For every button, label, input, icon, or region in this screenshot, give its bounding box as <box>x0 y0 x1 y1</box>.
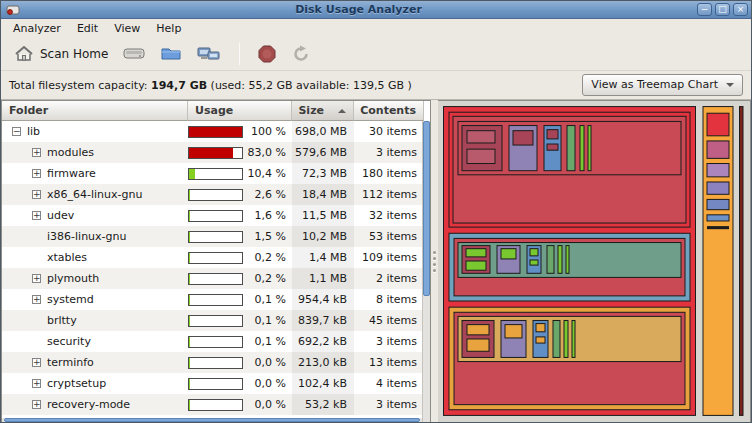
window-title: Disk Usage Analyzer <box>20 3 697 16</box>
stop-icon <box>257 44 277 64</box>
folder-name: security <box>47 335 91 348</box>
folder-name: brltty <box>47 314 77 327</box>
folder-name: systemd <box>47 293 94 306</box>
contents-count: 2 items <box>354 272 424 285</box>
expand-icon[interactable]: + <box>32 148 41 157</box>
contents-count: 3 items <box>354 398 424 411</box>
folder-tree-panel: Folder Usage Size Contents −lib100 %698,… <box>1 100 431 422</box>
scan-filesystem-button[interactable] <box>117 42 151 65</box>
expand-icon[interactable]: + <box>32 358 41 367</box>
size-value: 698,0 MB <box>292 121 354 142</box>
stop-button[interactable] <box>252 41 282 67</box>
scan-folder-button[interactable] <box>155 42 187 65</box>
table-row[interactable]: +terminfo0,0 %213,0 kB13 items <box>2 352 430 373</box>
menu-help[interactable]: Help <box>148 20 189 37</box>
close-button[interactable]: × <box>733 3 748 16</box>
usage-percent: 0,1 % <box>246 314 292 327</box>
usage-bar <box>188 315 243 327</box>
table-row[interactable]: security0,1 %692,2 kB3 items <box>2 331 430 352</box>
table-row[interactable]: +modules83,0 %579,6 MB3 items <box>2 142 430 163</box>
folder-name: plymouth <box>47 272 99 285</box>
horizontal-scrollbar-thumb[interactable] <box>4 418 420 422</box>
expand-icon[interactable]: + <box>32 190 41 199</box>
capacity-prefix: Total filesystem capacity: <box>9 79 148 92</box>
contents-count: 112 items <box>354 188 424 201</box>
main-area: Folder Usage Size Contents −lib100 %698,… <box>1 100 751 422</box>
table-row[interactable]: +systemd0,1 %954,4 kB8 items <box>2 289 430 310</box>
table-row[interactable]: xtables0,2 %1,4 MB109 items <box>2 247 430 268</box>
usage-percent: 0,0 % <box>246 377 292 390</box>
contents-count: 8 items <box>354 293 424 306</box>
folder-name: x86_64-linux-gnu <box>47 188 142 201</box>
usage-bar <box>188 189 243 201</box>
folder-icon <box>160 45 182 62</box>
table-row[interactable]: +x86_64-linux-gnu2,6 %18,4 MB112 items <box>2 184 430 205</box>
vertical-scrollbar-thumb[interactable] <box>423 121 430 296</box>
folder-name: xtables <box>47 251 87 264</box>
table-row[interactable]: +udev1,6 %11,5 MB32 items <box>2 205 430 226</box>
expand-icon[interactable]: + <box>32 379 41 388</box>
usage-percent: 0,2 % <box>246 251 292 264</box>
expand-icon[interactable]: + <box>32 400 41 409</box>
column-header-usage[interactable]: Usage <box>188 101 292 121</box>
usage-percent: 0,0 % <box>246 398 292 411</box>
table-row[interactable]: +firmware10,4 %72,3 MB180 items <box>2 163 430 184</box>
usage-percent: 1,5 % <box>246 230 292 243</box>
contents-count: 109 items <box>354 251 424 264</box>
column-header-folder[interactable]: Folder <box>2 101 188 121</box>
folder-name: terminfo <box>47 356 94 369</box>
table-row[interactable]: +cryptsetup0,0 %102,4 kB4 items <box>2 373 430 394</box>
collapse-icon[interactable]: − <box>12 127 21 136</box>
table-row[interactable]: brltty0,1 %839,7 kB45 items <box>2 310 430 331</box>
usage-bar <box>188 168 243 180</box>
expand-icon[interactable]: + <box>32 295 41 304</box>
disk-drive-icon <box>122 45 146 62</box>
size-value: 692,2 kB <box>292 331 354 352</box>
view-mode-dropdown[interactable]: View as Treemap Chart <box>582 74 743 96</box>
folder-name: recovery-mode <box>47 398 130 411</box>
size-value: 954,4 kB <box>292 289 354 310</box>
menu-view[interactable]: View <box>106 20 148 37</box>
size-value: 579,6 MB <box>292 142 354 163</box>
refresh-button[interactable] <box>286 41 316 67</box>
maximize-button[interactable]: □ <box>715 3 730 16</box>
menu-analyzer[interactable]: Analyzer <box>5 20 69 37</box>
usage-bar <box>188 252 243 264</box>
capacity-value: 194,7 GB <box>151 79 207 92</box>
contents-count: 180 items <box>354 167 424 180</box>
column-header-size[interactable]: Size <box>292 101 354 121</box>
expand-icon[interactable]: + <box>32 211 41 220</box>
usage-percent: 10,4 % <box>246 167 292 180</box>
expand-icon[interactable]: + <box>32 274 41 283</box>
size-value: 18,4 MB <box>292 184 354 205</box>
menu-edit[interactable]: Edit <box>69 20 106 37</box>
scan-remote-button[interactable] <box>191 42 227 66</box>
scan-home-button[interactable]: Scan Home <box>9 42 113 65</box>
capacity-text: Total filesystem capacity: 194,7 GB (use… <box>9 79 582 92</box>
view-mode-value: View as Treemap Chart <box>591 78 718 91</box>
vertical-scrollbar[interactable] <box>422 121 430 422</box>
title-bar[interactable]: Disk Usage Analyzer − □ × <box>1 1 751 19</box>
pane-splitter[interactable] <box>431 100 438 422</box>
usage-percent: 0,0 % <box>246 356 292 369</box>
usage-percent: 1,6 % <box>246 209 292 222</box>
minimize-button[interactable]: − <box>697 3 712 16</box>
table-row[interactable]: +recovery-mode0,0 %53,2 kB3 items <box>2 394 430 415</box>
size-value: 53,2 kB <box>292 394 354 415</box>
horizontal-scrollbar[interactable] <box>2 418 422 422</box>
chevron-down-icon <box>726 83 734 87</box>
column-header-contents[interactable]: Contents <box>354 101 424 121</box>
table-row[interactable]: i386-linux-gnu1,5 %10,2 MB53 items <box>2 226 430 247</box>
expand-icon[interactable]: + <box>32 169 41 178</box>
refresh-icon <box>291 44 311 64</box>
contents-count: 4 items <box>354 377 424 390</box>
size-value: 1,4 MB <box>292 247 354 268</box>
table-row[interactable]: +plymouth0,2 %1,1 MB2 items <box>2 268 430 289</box>
sort-ascending-icon <box>338 109 346 113</box>
treemap-chart[interactable] <box>441 104 747 419</box>
usage-bar <box>188 126 243 138</box>
table-row[interactable]: −lib100 %698,0 MB30 items <box>2 121 430 142</box>
usage-percent: 2,6 % <box>246 188 292 201</box>
scan-home-label: Scan Home <box>40 47 108 61</box>
toolbar-separator <box>239 43 240 65</box>
